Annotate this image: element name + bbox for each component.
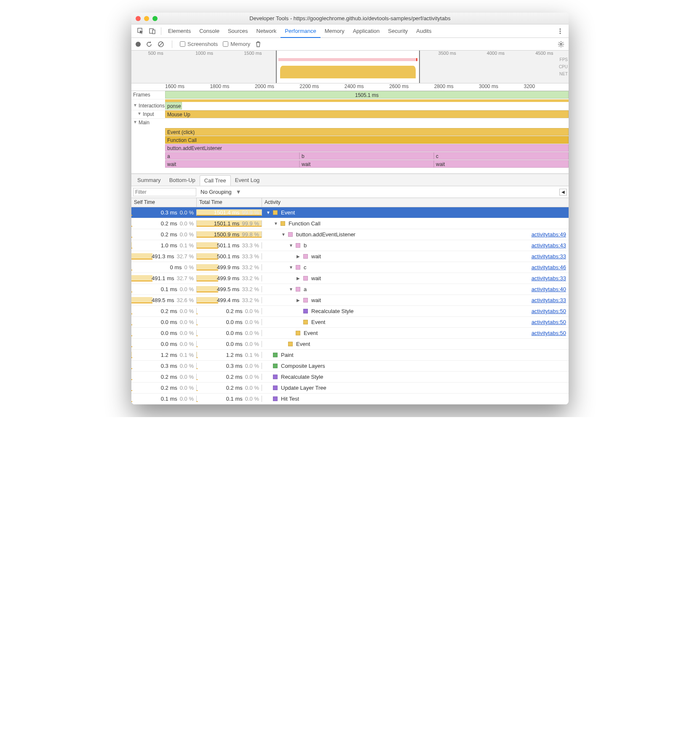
call-tree-row[interactable]: 491.3 ms32.7 %500.1 ms33.3 %▶waitactivit… xyxy=(131,251,569,262)
call-tree-row[interactable]: 0.2 ms0.0 %0.2 ms0.0 %Recalculate Stylea… xyxy=(131,306,569,317)
titlebar: Developer Tools - https://googlechrome.g… xyxy=(131,13,569,24)
dropdown-icon[interactable]: ▼ xyxy=(236,189,241,195)
subtab-event-log[interactable]: Event Log xyxy=(231,175,264,185)
call-tree-row[interactable]: 0.0 ms0.0 %0.0 ms0.0 %Eventactivitytabs:… xyxy=(131,328,569,339)
frame-bar[interactable]: 1505.1 ms xyxy=(165,91,569,99)
call-tree-row[interactable]: 489.5 ms32.6 %499.4 ms33.2 %▶waitactivit… xyxy=(131,295,569,306)
clear-button[interactable] xyxy=(158,41,164,48)
source-link[interactable]: activitytabs:50 xyxy=(532,330,566,336)
input-bar[interactable]: Mouse Up xyxy=(165,110,569,118)
settings-icon[interactable] xyxy=(558,41,564,48)
tab-audits[interactable]: Audits xyxy=(412,24,435,38)
tab-performance[interactable]: Performance xyxy=(281,24,320,38)
inspect-icon[interactable] xyxy=(135,25,147,37)
disclosure-triangle-icon[interactable]: ▼ xyxy=(289,287,294,292)
zoom-window-button[interactable] xyxy=(152,16,158,21)
detail-ruler[interactable]: 1600 ms1800 ms2000 ms2200 ms2400 ms2600 … xyxy=(131,83,569,91)
call-tree-row[interactable]: 1.0 ms0.1 %501.1 ms33.3 %▼bactivitytabs:… xyxy=(131,240,569,251)
tab-elements[interactable]: Elements xyxy=(164,24,195,38)
record-button[interactable] xyxy=(136,42,141,47)
source-link[interactable]: activitytabs:50 xyxy=(532,308,566,314)
overview-timeline[interactable]: 500 ms1000 ms1500 ms2000 ms2500 ms3000 m… xyxy=(131,51,569,83)
more-menu-icon[interactable] xyxy=(555,28,565,35)
memory-label: Memory xyxy=(230,41,250,47)
call-tree-row[interactable]: 0 ms0 %499.9 ms33.2 %▼cactivitytabs:46 xyxy=(131,262,569,273)
activity-color-icon xyxy=(273,386,278,390)
call-tree-row[interactable]: 0.2 ms0.0 %1501.1 ms99.9 %▼Function Call xyxy=(131,218,569,229)
disclosure-triangle-icon[interactable]: ▼ xyxy=(289,243,294,248)
disclosure-triangle-icon[interactable]: ▶ xyxy=(297,298,302,303)
disclosure-triangle-icon[interactable]: ▼ xyxy=(133,120,137,124)
call-tree-row[interactable]: 0.2 ms0.0 %1500.9 ms99.8 %▼button.addEve… xyxy=(131,229,569,240)
flame-bar[interactable]: wait xyxy=(299,160,434,168)
subtab-bottom-up[interactable]: Bottom-Up xyxy=(165,175,200,185)
overview-selection[interactable] xyxy=(276,51,420,83)
call-tree-row[interactable]: 0.1 ms0.0 %0.1 ms0.0 %Hit Test xyxy=(131,394,569,404)
disclosure-triangle-icon[interactable]: ▼ xyxy=(137,111,142,116)
call-tree-row[interactable]: 0.3 ms0.0 %1501.4 ms99.9 %▼Event xyxy=(131,207,569,218)
call-tree-row[interactable]: 0.3 ms0.0 %0.3 ms0.0 %Composite Layers xyxy=(131,361,569,372)
flame-bar[interactable]: wait xyxy=(165,160,299,168)
subtab-summary[interactable]: Summary xyxy=(133,175,165,185)
flame-bar[interactable]: wait xyxy=(434,160,569,168)
source-link[interactable]: activitytabs:46 xyxy=(532,264,566,270)
reload-button[interactable] xyxy=(146,41,152,48)
tab-console[interactable]: Console xyxy=(195,24,224,38)
source-link[interactable]: activitytabs:43 xyxy=(532,242,566,249)
flame-bar[interactable]: b xyxy=(299,152,434,160)
activity-color-icon xyxy=(296,287,300,292)
call-tree-row[interactable]: 0.0 ms0.0 %0.0 ms0.0 %Eventactivitytabs:… xyxy=(131,317,569,328)
source-link[interactable]: activitytabs:40 xyxy=(532,286,566,292)
source-link[interactable]: activitytabs:33 xyxy=(532,297,566,303)
source-link[interactable]: activitytabs:49 xyxy=(532,231,566,238)
ruler-tick: 2200 ms xyxy=(299,83,344,91)
flame-bar[interactable]: button.addEventListener xyxy=(165,144,569,152)
disclosure-triangle-icon[interactable]: ▼ xyxy=(266,210,271,215)
tab-sources[interactable]: Sources xyxy=(224,24,252,38)
activity-name: Recalculate Style xyxy=(281,374,323,380)
source-link[interactable]: activitytabs:50 xyxy=(532,319,566,325)
col-self-time[interactable]: Self Time xyxy=(131,198,197,207)
tab-application[interactable]: Application xyxy=(349,24,384,38)
heaviest-stack-toggle[interactable]: ◀ xyxy=(559,189,567,195)
col-activity[interactable]: Activity xyxy=(262,198,569,207)
tab-network[interactable]: Network xyxy=(252,24,281,38)
call-tree-row[interactable]: 0.0 ms0.0 %0.0 ms0.0 %Event xyxy=(131,339,569,350)
source-link[interactable]: activitytabs:33 xyxy=(532,253,566,260)
screenshots-checkbox[interactable]: Screenshots xyxy=(180,41,218,47)
grouping-select[interactable]: No Grouping xyxy=(200,189,232,195)
source-link[interactable]: activitytabs:33 xyxy=(532,275,566,281)
tab-security[interactable]: Security xyxy=(384,24,412,38)
disclosure-triangle-icon[interactable]: ▶ xyxy=(297,276,302,281)
call-tree-row[interactable]: 0.1 ms0.0 %499.5 ms33.2 %▼aactivitytabs:… xyxy=(131,284,569,295)
activity-color-icon xyxy=(273,210,278,215)
close-window-button[interactable] xyxy=(136,16,141,21)
flame-bar[interactable]: a xyxy=(165,152,299,160)
track-frames: Frames 1505.1 ms xyxy=(131,91,569,99)
disclosure-triangle-icon[interactable]: ▼ xyxy=(289,265,294,270)
disclosure-triangle-icon[interactable]: ▶ xyxy=(297,254,302,259)
activity-color-icon xyxy=(303,320,308,324)
call-tree-row[interactable]: 0.2 ms0.0 %0.2 ms0.0 %Recalculate Style xyxy=(131,372,569,383)
call-tree-table: 0.3 ms0.0 %1501.4 ms99.9 %▼Event0.2 ms0.… xyxy=(131,207,569,404)
filter-input[interactable] xyxy=(133,188,196,196)
call-tree-row[interactable]: 491.1 ms32.7 %499.9 ms33.2 %▶waitactivit… xyxy=(131,273,569,284)
ruler-tick: 1600 ms xyxy=(165,83,210,91)
disclosure-triangle-icon[interactable]: ▼ xyxy=(133,103,137,107)
ruler-tick: 2000 ms xyxy=(255,83,299,91)
minimize-window-button[interactable] xyxy=(144,16,149,21)
subtab-call-tree[interactable]: Call Tree xyxy=(200,175,231,186)
garbage-collect-icon[interactable] xyxy=(255,41,261,48)
flame-bar[interactable]: Function Call xyxy=(165,136,569,144)
tab-memory[interactable]: Memory xyxy=(321,24,349,38)
call-tree-row[interactable]: 1.2 ms0.1 %1.2 ms0.1 %Paint xyxy=(131,350,569,361)
call-tree-row[interactable]: 0.2 ms0.0 %0.2 ms0.0 %Update Layer Tree xyxy=(131,383,569,394)
device-toolbar-icon[interactable] xyxy=(147,25,158,37)
disclosure-triangle-icon[interactable]: ▼ xyxy=(281,232,286,237)
disclosure-triangle-icon[interactable]: ▼ xyxy=(274,221,279,226)
col-total-time[interactable]: Total Time xyxy=(197,198,262,207)
memory-checkbox[interactable]: Memory xyxy=(223,41,250,47)
flame-bar[interactable]: c xyxy=(434,152,569,160)
flame-bar[interactable]: Event (click) xyxy=(165,128,569,136)
ruler-tick: 2800 ms xyxy=(434,83,479,91)
